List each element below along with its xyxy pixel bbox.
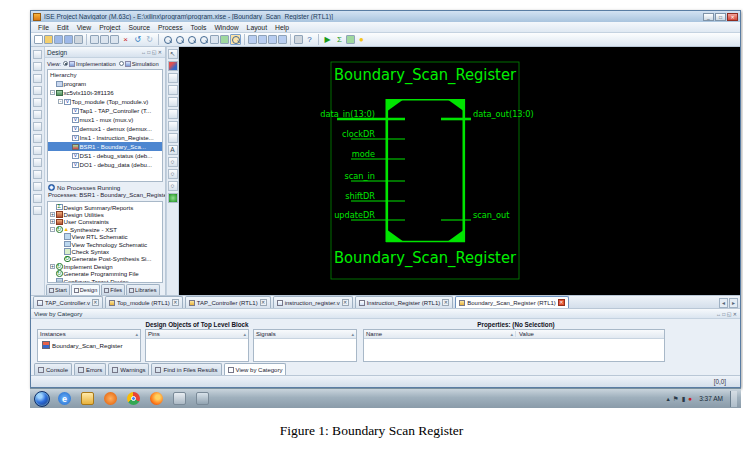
view-option-radio[interactable]: Simulation: [119, 61, 159, 67]
toolbar-icon[interactable]: ▶: [322, 34, 333, 45]
bottom-tab[interactable]: Errors: [74, 363, 106, 375]
maximize-button[interactable]: □: [715, 13, 726, 21]
column-header-label[interactable]: Pins: [148, 331, 160, 337]
bottom-tab[interactable]: Console: [34, 363, 72, 375]
sort-icon[interactable]: ▴: [135, 331, 138, 337]
toolbar-icon[interactable]: ●: [356, 34, 367, 45]
toolbar-icon[interactable]: ↻: [144, 34, 155, 45]
side-tool-icon[interactable]: [33, 62, 42, 71]
bottom-tab[interactable]: Find in Files Results: [151, 363, 221, 375]
schematic-tool-icon[interactable]: [168, 133, 178, 143]
toolbar-icon[interactable]: ↺: [132, 34, 143, 45]
column-header-label[interactable]: Instances: [40, 331, 66, 337]
schematic-tool-icon[interactable]: [168, 73, 178, 83]
tray-icon[interactable]: ▮: [682, 395, 686, 403]
schematic-mode-icon[interactable]: [168, 61, 178, 71]
toolbar-icon[interactable]: [74, 35, 83, 44]
expander-icon[interactable]: +: [50, 264, 55, 269]
zoom-out-icon[interactable]: ○: [168, 169, 178, 179]
menu-item[interactable]: Layout: [243, 24, 271, 31]
toolbar-icon[interactable]: [278, 35, 287, 44]
toolbar-icon[interactable]: [174, 34, 185, 45]
taskbar-app-icon[interactable]: [81, 392, 94, 405]
zoom-fit-icon[interactable]: ○: [168, 181, 178, 191]
tab-close-icon[interactable]: ✕: [92, 299, 99, 306]
side-tool-icon[interactable]: [33, 110, 42, 119]
process-tree-item[interactable]: + ▲ Implement Design: [48, 263, 162, 270]
toolbar-icon[interactable]: [198, 34, 209, 45]
design-panel-header[interactable]: Design ↔ □ ◱ ✕: [45, 47, 165, 58]
document-tab[interactable]: TAP_Controller.v ✕: [33, 296, 103, 308]
document-tab[interactable]: Instruction_Register (RTL1) ✕: [355, 296, 454, 308]
document-tab[interactable]: instruction_register.v ✕: [273, 296, 353, 308]
toolbar-icon[interactable]: [86, 34, 87, 45]
menu-item[interactable]: Edit: [53, 24, 73, 31]
taskbar-app-icon[interactable]: [127, 392, 140, 405]
menu-item[interactable]: Source: [124, 24, 154, 31]
side-tool-icon[interactable]: [33, 182, 42, 191]
properties-name-header[interactable]: Name ▴: [366, 331, 516, 337]
menu-item[interactable]: View: [73, 24, 96, 31]
tab-close-icon[interactable]: ✕: [172, 299, 179, 306]
hierarchy-tree-item[interactable]: Ins1 - Instruction_Registe...: [48, 133, 162, 142]
menu-item[interactable]: Project: [95, 24, 124, 31]
hierarchy-tree-item[interactable]: BSR1 - Boundary_Sca...: [48, 142, 162, 151]
panel-tab[interactable]: Files: [101, 284, 125, 295]
taskbar-app-icon[interactable]: e: [58, 392, 71, 405]
toolbar-icon[interactable]: [268, 35, 277, 44]
schematic-tool-icon[interactable]: [168, 97, 178, 107]
side-tool-icon[interactable]: [33, 158, 42, 167]
toolbar-icon[interactable]: [100, 35, 109, 44]
minimize-button[interactable]: _: [703, 13, 714, 21]
process-tree-item[interactable]: + ▲ User Constraints: [48, 218, 162, 225]
hierarchy-tree-item[interactable]: mux1 - mux (mux.v): [48, 115, 162, 124]
process-tree-item[interactable]: ▲ Check Syntax: [48, 248, 162, 255]
toolbar-icon[interactable]: [54, 35, 63, 44]
add-text-icon[interactable]: A: [168, 145, 178, 155]
clock[interactable]: 3:37 AM: [699, 395, 723, 402]
expander-icon[interactable]: -: [58, 99, 63, 104]
side-tool-icon[interactable]: [33, 86, 42, 95]
sort-icon[interactable]: ▴: [351, 331, 354, 337]
toolbar-icon[interactable]: [44, 35, 53, 44]
toolbar-icon[interactable]: [220, 35, 229, 44]
hierarchy-tree-item[interactable]: DO1 - debug_data (debu...: [48, 160, 162, 169]
view-option-radio[interactable]: Implementation: [63, 61, 116, 67]
toolbar-icon[interactable]: [210, 35, 219, 44]
toolbar-icon[interactable]: [318, 34, 319, 45]
expander-icon[interactable]: +: [50, 212, 55, 217]
side-tool-icon[interactable]: [33, 74, 42, 83]
close-button[interactable]: ✕: [727, 13, 738, 21]
process-tree-item[interactable]: - ▲ Synthesize - XST: [48, 226, 162, 233]
side-tool-icon[interactable]: [33, 206, 42, 215]
taskbar-app-icon[interactable]: [196, 392, 209, 405]
document-tab[interactable]: TAP_Controller (RTL1) ✕: [185, 296, 271, 308]
menu-item[interactable]: Process: [154, 24, 187, 31]
side-tool-icon[interactable]: [33, 98, 42, 107]
menu-item[interactable]: File: [34, 24, 53, 31]
category-column[interactable]: Instances ▴ Boundary_Scan_Register: [37, 329, 141, 362]
side-tool-icon[interactable]: [33, 194, 42, 203]
process-tree-item[interactable]: ▲ Generate Programming File: [48, 270, 162, 277]
side-tool-icon[interactable]: [33, 170, 42, 179]
menu-item[interactable]: Window: [210, 24, 242, 31]
toolbar-icon[interactable]: [290, 34, 291, 45]
panel-window-buttons[interactable]: ↔ □ ◱ ✕: [140, 49, 163, 55]
properties-box[interactable]: Name ▴ Value: [363, 329, 665, 362]
expander-icon[interactable]: -: [50, 227, 55, 232]
hierarchy-tree-item[interactable]: - Top_module (Top_module.v): [48, 97, 162, 106]
tray-icon[interactable]: ▴: [667, 395, 670, 403]
side-tool-icon[interactable]: [33, 122, 42, 131]
category-column[interactable]: Signals ▴: [253, 329, 357, 362]
toolbar-icon[interactable]: [230, 34, 241, 45]
taskbar-app-icon[interactable]: [173, 392, 186, 405]
expander-icon[interactable]: -: [50, 90, 55, 95]
start-button[interactable]: [34, 391, 50, 407]
bottom-tab[interactable]: Warnings: [108, 363, 149, 375]
toolbar-icon[interactable]: [110, 35, 119, 44]
sort-icon[interactable]: ▴: [510, 331, 513, 337]
hierarchy-tree-item[interactable]: DS1 - debug_status (deb...: [48, 151, 162, 160]
toolbar-icon[interactable]: Σ: [334, 34, 345, 45]
schematic-tool-icon[interactable]: [168, 121, 178, 131]
schematic-canvas[interactable]: Boundary_Scan_RegisterBoundary_Scan_Regi…: [179, 47, 740, 295]
